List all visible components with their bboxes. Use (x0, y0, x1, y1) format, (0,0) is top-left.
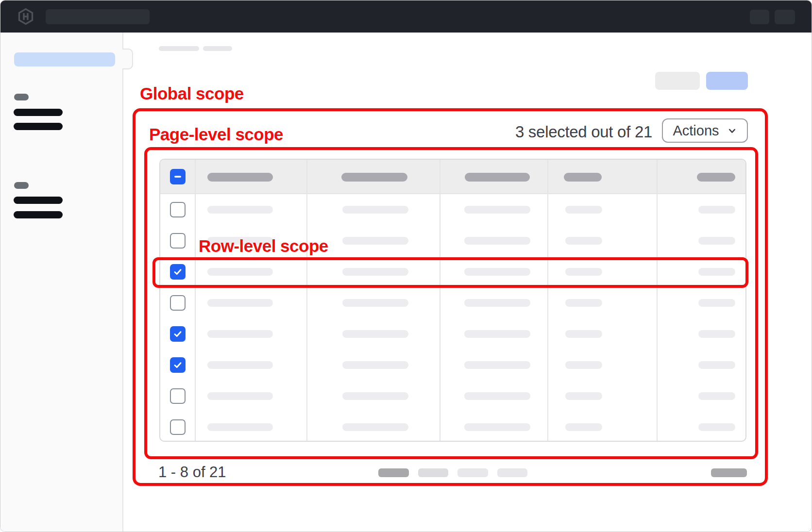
sidebar-section-label-1 (14, 94, 29, 100)
pagination-page[interactable] (418, 468, 448, 477)
cell-placeholder (698, 361, 735, 369)
cell-placeholder (464, 423, 530, 431)
breadcrumb-item[interactable] (159, 46, 199, 51)
cell-placeholder (342, 206, 408, 214)
cell-placeholder (698, 268, 735, 276)
table-row (160, 381, 745, 412)
column-header-placeholder (465, 173, 530, 182)
navbar-action-1[interactable] (750, 10, 769, 24)
actions-button-label: Actions (673, 123, 719, 139)
actions-button[interactable]: Actions (662, 118, 748, 143)
sidebar-active-item[interactable] (14, 52, 115, 66)
cell-placeholder (464, 330, 530, 338)
select-all-checkbox[interactable] (170, 169, 186, 184)
sidebar (0, 33, 123, 532)
cell-placeholder (464, 361, 530, 369)
check-icon (173, 267, 183, 277)
sidebar-item[interactable] (14, 109, 63, 116)
chevron-down-icon (727, 126, 737, 136)
cell-placeholder (342, 299, 408, 307)
cell-placeholder (207, 330, 273, 338)
secondary-button[interactable] (655, 72, 700, 90)
breadcrumb-item[interactable] (203, 46, 232, 51)
check-icon (173, 360, 183, 370)
cell-placeholder (342, 392, 408, 400)
cell-placeholder (464, 392, 530, 400)
row-scope-label: Row-level scope (199, 236, 328, 256)
table-row-selected (160, 256, 745, 287)
pagination-page[interactable] (457, 468, 488, 477)
cell-placeholder (207, 423, 273, 431)
column-header-placeholder (564, 173, 602, 182)
cell-placeholder (207, 299, 273, 307)
column-header-placeholder (207, 173, 273, 182)
row-checkbox[interactable] (170, 419, 186, 435)
cell-placeholder (565, 268, 602, 276)
sidebar-item[interactable] (14, 123, 63, 130)
search-input[interactable] (46, 9, 150, 24)
navbar-action-2[interactable] (775, 10, 795, 24)
row-checkbox[interactable] (170, 264, 186, 280)
cell-placeholder (342, 268, 408, 276)
column-divider (547, 160, 548, 441)
cell-placeholder (565, 392, 602, 400)
cell-placeholder (207, 268, 273, 276)
sidebar-item[interactable] (14, 211, 63, 218)
cell-placeholder (565, 206, 602, 214)
sidebar-section-label-2 (14, 182, 29, 189)
cell-placeholder (464, 268, 530, 276)
table-row-selected (160, 318, 745, 349)
column-header-placeholder (697, 173, 735, 182)
primary-button[interactable] (706, 72, 748, 90)
cell-placeholder (342, 237, 408, 245)
table-row (160, 287, 745, 318)
column-divider (195, 160, 196, 441)
column-divider (657, 160, 658, 441)
cell-placeholder (565, 330, 602, 338)
check-icon (173, 329, 183, 339)
global-scope-label: Global scope (140, 84, 244, 103)
page-scope-label: Page-level scope (149, 125, 283, 144)
table-row (160, 412, 745, 442)
hashicorp-logo-icon (17, 8, 34, 25)
selection-summary: 3 selected out of 21 (486, 123, 652, 141)
table-row (160, 194, 745, 225)
sidebar-flyout-notch (122, 49, 133, 69)
row-checkbox[interactable] (170, 388, 186, 404)
cell-placeholder (207, 392, 273, 400)
cell-placeholder (342, 330, 408, 338)
cell-placeholder (565, 423, 602, 431)
cell-placeholder (698, 299, 735, 307)
cell-placeholder (464, 237, 530, 245)
row-checkbox[interactable] (170, 357, 186, 373)
cell-placeholder (565, 299, 602, 307)
top-navbar (0, 0, 812, 33)
row-checkbox[interactable] (170, 233, 186, 249)
cell-placeholder (342, 361, 408, 369)
column-header-placeholder (341, 173, 407, 182)
pagination-page-size[interactable] (711, 468, 747, 477)
cell-placeholder (565, 237, 602, 245)
cell-placeholder (698, 423, 735, 431)
cell-placeholder (698, 237, 735, 245)
row-checkbox[interactable] (170, 202, 186, 217)
cell-placeholder (698, 206, 735, 214)
row-checkbox[interactable] (170, 295, 186, 311)
column-divider (440, 160, 440, 441)
pagination-page[interactable] (497, 468, 527, 477)
sidebar-item[interactable] (14, 197, 63, 204)
table-header-row (160, 160, 745, 194)
table-row-selected (160, 349, 745, 381)
pagination-page-current[interactable] (378, 468, 409, 477)
minus-icon (173, 172, 182, 181)
cell-placeholder (698, 330, 735, 338)
cell-placeholder (464, 299, 530, 307)
data-table (159, 159, 746, 442)
row-checkbox[interactable] (170, 326, 186, 342)
cell-placeholder (342, 423, 408, 431)
cell-placeholder (207, 206, 273, 214)
column-divider (306, 160, 307, 441)
cell-placeholder (698, 392, 735, 400)
cell-placeholder (464, 206, 530, 214)
cell-placeholder (207, 361, 273, 369)
